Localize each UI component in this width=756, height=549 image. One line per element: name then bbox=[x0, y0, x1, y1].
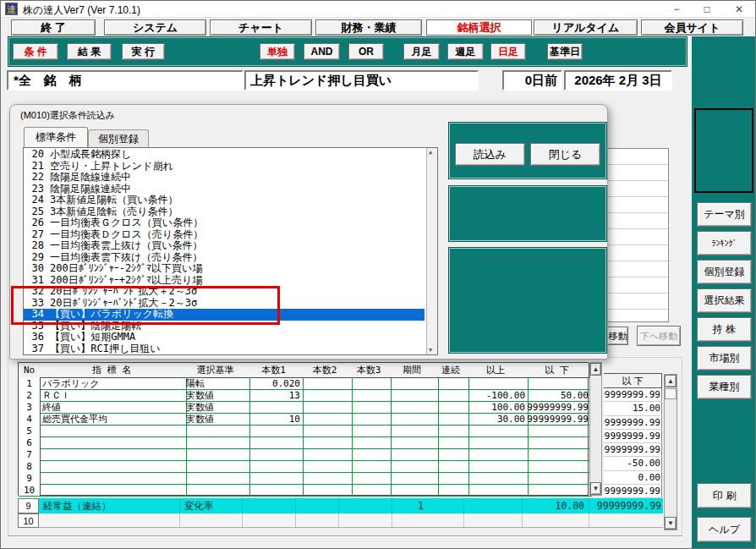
table-cell[interactable] bbox=[436, 472, 469, 485]
table-cell[interactable] bbox=[388, 413, 439, 425]
scroll-down-icon[interactable]: ▼ bbox=[590, 482, 601, 495]
table-cell[interactable] bbox=[184, 484, 250, 497]
table-cell[interactable]: 実数値 bbox=[184, 413, 250, 425]
table-cell[interactable] bbox=[247, 401, 304, 414]
list-item-24[interactable]: 243本新値足陽転（買い条件） bbox=[24, 195, 425, 206]
right-column-cell[interactable]: 15.00 bbox=[604, 402, 662, 415]
list-item-20[interactable]: 20小型成長銘柄探し bbox=[24, 149, 425, 161]
toolbar-button-OR[interactable]: OR bbox=[348, 43, 384, 60]
toolbar-button-実 行[interactable]: 実 行 bbox=[122, 43, 165, 60]
sidebar-bottom-button-1[interactable]: 印 刷 bbox=[697, 483, 752, 508]
financial-row9[interactable]: 経常益（連結） 変化率 1 10.00 99999999.99 bbox=[39, 498, 663, 513]
table-cell[interactable] bbox=[40, 472, 187, 485]
table-cell[interactable] bbox=[525, 448, 592, 461]
scroll-up-icon[interactable]: ▲ bbox=[590, 363, 601, 376]
table-cell[interactable]: パラボリック bbox=[40, 377, 187, 390]
table-cell[interactable] bbox=[40, 460, 187, 473]
table-cell[interactable] bbox=[525, 436, 592, 449]
table-cell[interactable]: 0.020 bbox=[247, 377, 304, 390]
toolbar-button-基準日[interactable]: 基準日 bbox=[547, 43, 583, 60]
table-cell[interactable] bbox=[388, 425, 439, 437]
table-cell[interactable]: 1 bbox=[19, 377, 41, 390]
sidebar-button-4[interactable]: 選択結果 bbox=[697, 288, 752, 313]
table-cell[interactable]: 5 bbox=[19, 425, 41, 437]
scroll-thumb[interactable] bbox=[665, 388, 677, 399]
table-cell[interactable] bbox=[436, 436, 469, 449]
table-cell[interactable] bbox=[436, 377, 469, 390]
table-cell[interactable] bbox=[349, 413, 392, 425]
sidebar-button-6[interactable]: 市場別 bbox=[697, 346, 752, 371]
minimize-button[interactable]: − bbox=[662, 1, 691, 18]
right-column-cell[interactable]: 99999999.99 bbox=[604, 443, 662, 457]
table-cell[interactable] bbox=[388, 389, 439, 402]
table-cell[interactable]: 4 bbox=[19, 413, 41, 425]
list-item-30[interactable]: 30200日ﾎﾞﾘﾝｼﾞｬｰ-2ｼｸﾞﾏ以下買い場 bbox=[24, 263, 425, 275]
list-item-37[interactable]: 37【買い】RCI押し目狙い bbox=[24, 343, 425, 355]
scroll-up-icon[interactable]: ▲ bbox=[665, 375, 677, 387]
table-cell[interactable] bbox=[436, 460, 469, 473]
condition-table-scrollbar[interactable]: ▲ ▼ bbox=[589, 362, 602, 496]
table-cell[interactable]: 9 bbox=[19, 472, 41, 485]
table-cell[interactable] bbox=[525, 472, 592, 485]
table-cell[interactable]: 30.00 bbox=[466, 413, 529, 425]
tab-individual-registration[interactable]: 個別登録 bbox=[88, 129, 149, 147]
maximize-button[interactable]: □ bbox=[693, 1, 721, 18]
list-item-21[interactable]: 21空売り・上昇トレンド崩れ bbox=[24, 161, 425, 173]
toolbar-button-結 果[interactable]: 結 果 bbox=[67, 43, 112, 60]
table-cell[interactable]: 99999999.99 bbox=[525, 401, 592, 414]
table-cell[interactable] bbox=[349, 377, 392, 390]
table-cell[interactable] bbox=[388, 436, 439, 449]
sidebar-button-5[interactable]: 持 株 bbox=[697, 317, 752, 342]
load-button[interactable]: 読込み bbox=[455, 143, 525, 166]
table-cell[interactable] bbox=[349, 472, 392, 485]
table-cell[interactable] bbox=[349, 436, 392, 449]
close-dialog-button[interactable]: 閉じる bbox=[530, 143, 600, 166]
table-cell[interactable] bbox=[247, 484, 304, 497]
table-cell[interactable] bbox=[436, 413, 469, 425]
table-cell[interactable] bbox=[300, 472, 353, 485]
table-cell[interactable]: 7 bbox=[19, 448, 41, 461]
list-item-25[interactable]: 253本新値足陰転（売り条件） bbox=[24, 206, 425, 218]
toolbar-button-条 件[interactable]: 条 件 bbox=[13, 43, 58, 60]
close-button[interactable]: ✕ bbox=[723, 1, 755, 18]
toolbar-button-月足[interactable]: 月足 bbox=[403, 43, 440, 60]
sidebar-button-3[interactable]: 個別登録 bbox=[697, 260, 752, 284]
toolbar-button-週足[interactable]: 週足 bbox=[447, 43, 484, 60]
days-ago-box[interactable]: 0日前 bbox=[502, 70, 562, 91]
table-cell[interactable]: 終値 bbox=[40, 401, 187, 414]
right-column-cell[interactable]: 99999999.99 bbox=[604, 430, 662, 443]
financial-row10[interactable] bbox=[39, 513, 663, 528]
toolbar-button-AND[interactable]: AND bbox=[304, 43, 340, 60]
table-cell[interactable] bbox=[40, 425, 187, 437]
list-item-31[interactable]: 31200日ﾎﾞﾘﾝｼﾞｬｰ+2ｼｸﾞﾏ以上売り場 bbox=[24, 275, 425, 287]
table-cell[interactable] bbox=[436, 484, 469, 497]
menu-item-3[interactable]: チャート bbox=[210, 19, 312, 36]
table-cell[interactable]: 10 bbox=[19, 484, 41, 497]
menu-item-1[interactable]: 終 了 bbox=[11, 19, 96, 36]
universe-box[interactable]: *全 銘 柄 bbox=[7, 70, 244, 91]
table-cell[interactable] bbox=[436, 425, 469, 437]
table-cell[interactable] bbox=[300, 460, 353, 473]
table-cell[interactable] bbox=[349, 484, 392, 497]
scroll-up-icon[interactable]: ▲ bbox=[429, 149, 432, 156]
table-cell[interactable] bbox=[349, 425, 392, 437]
table-cell[interactable] bbox=[247, 448, 304, 461]
table-cell[interactable] bbox=[300, 401, 353, 414]
condition-name-box[interactable]: 上昇トレンド押し目買い bbox=[244, 70, 479, 91]
table-cell[interactable]: 50.00 bbox=[525, 389, 592, 402]
table-cell[interactable] bbox=[388, 472, 439, 485]
table-cell[interactable] bbox=[525, 377, 592, 390]
table-cell[interactable] bbox=[247, 436, 304, 449]
list-item-36[interactable]: 36【買い】短期GMMA bbox=[24, 332, 425, 343]
table-cell[interactable]: 6 bbox=[19, 436, 41, 449]
table-cell[interactable]: 陽転 bbox=[184, 377, 250, 390]
table-cell[interactable] bbox=[525, 460, 592, 473]
list-item-26[interactable]: 26一目均衡表Ｇクロス（買い条件） bbox=[24, 217, 425, 229]
listbox-scrollbar[interactable]: ▲ ▼ bbox=[426, 148, 437, 354]
toolbar-button-日足[interactable]: 日足 bbox=[490, 43, 526, 60]
right-column-cell[interactable]: 99999999.99 bbox=[604, 416, 662, 430]
move-up-button-fragment[interactable]: 移動 bbox=[607, 327, 628, 345]
move-down-button[interactable]: 下へ移動 bbox=[637, 326, 681, 346]
list-item-22[interactable]: 22陰陽足陰線連続中 bbox=[24, 172, 425, 184]
table-cell[interactable]: 実数値 bbox=[184, 401, 250, 414]
